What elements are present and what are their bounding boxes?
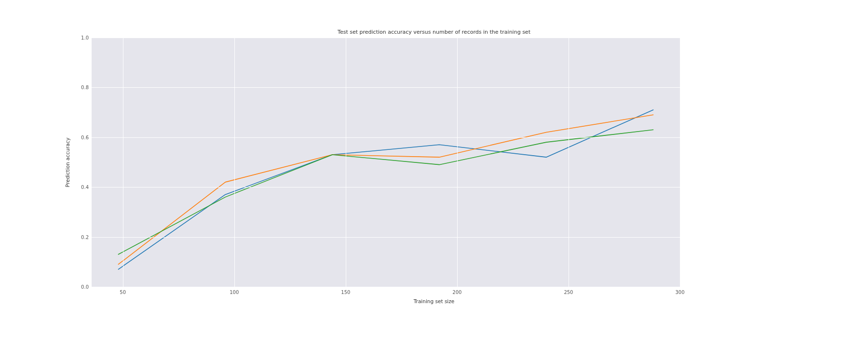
gridline-h <box>92 137 680 138</box>
gridline-v <box>569 38 569 287</box>
y-tick-label: 0.6 <box>78 134 89 140</box>
x-tick-label: 300 <box>675 290 684 295</box>
chart-title: Test set prediction accuracy versus numb… <box>0 29 868 35</box>
x-tick-label: 200 <box>452 290 461 295</box>
x-axis-label: Training set size <box>0 298 868 304</box>
x-tick-label: 100 <box>230 290 239 295</box>
gridline-h <box>92 38 680 38</box>
gridline-v <box>123 38 123 287</box>
y-tick-label: 1.0 <box>78 35 89 40</box>
gridline-v <box>457 38 458 287</box>
gridline-v <box>234 38 235 287</box>
y-tick-label: 0.2 <box>78 234 89 240</box>
gridline-h <box>92 287 680 287</box>
line-series-1 <box>118 110 653 269</box>
gridline-h <box>92 237 680 238</box>
x-tick-label: 150 <box>341 290 350 295</box>
gridline-v <box>680 38 680 287</box>
y-axis-label: Prediction accuracy <box>65 137 70 187</box>
chart-stage: Test set prediction accuracy versus numb… <box>0 0 868 347</box>
x-tick-label: 50 <box>120 290 126 295</box>
line-series-3 <box>118 130 653 254</box>
gridline-h <box>92 187 680 187</box>
gridline-v <box>346 38 346 287</box>
y-tick-label: 0.4 <box>78 185 89 190</box>
x-tick-label: 250 <box>564 290 573 295</box>
line-layer <box>0 0 868 347</box>
y-tick-label: 0.8 <box>78 85 89 90</box>
gridline-h <box>92 87 680 88</box>
y-tick-label: 0.0 <box>78 284 89 290</box>
